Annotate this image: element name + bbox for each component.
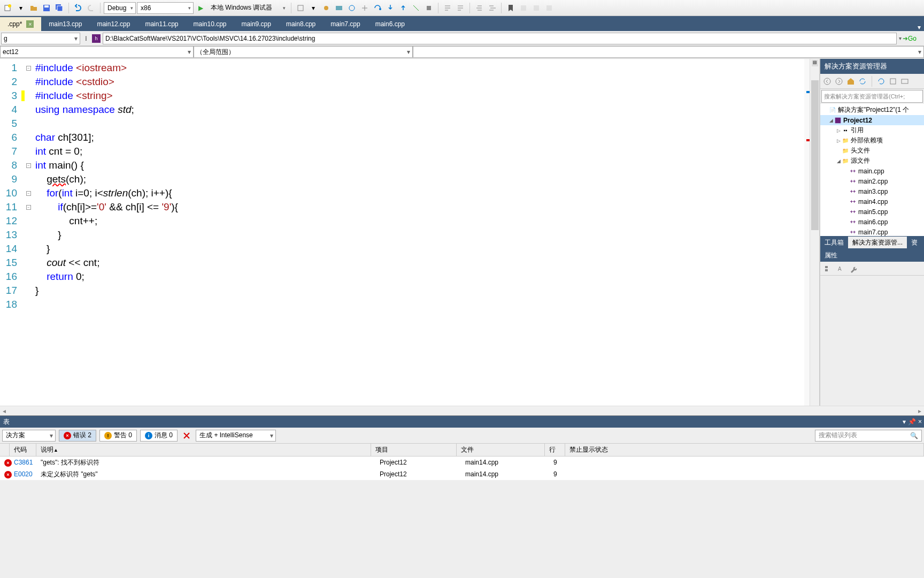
platform-dropdown[interactable]: x86 xyxy=(137,2,194,14)
tab-main13.cpp[interactable]: main13.cpp xyxy=(41,17,89,31)
tool-icon-10[interactable] xyxy=(410,2,422,14)
error-scope-dropdown[interactable]: 决方案 xyxy=(2,430,56,442)
col-file[interactable]: 文件 xyxy=(457,444,545,456)
sync-icon[interactable] xyxy=(858,77,867,86)
tree-solution[interactable]: 📄解决方案"Project12"(1 个 xyxy=(820,105,924,115)
tree-project[interactable]: ◢Project12 xyxy=(820,115,924,125)
step-over-icon[interactable] xyxy=(372,2,383,14)
tab-main8.cpp[interactable]: main8.cpp xyxy=(279,17,323,31)
dropdown-icon[interactable]: ▾ xyxy=(903,418,906,425)
scope-right-dropdown[interactable] xyxy=(413,46,924,58)
debugger-dropdown[interactable]: 本地 Windows 调试器 xyxy=(207,2,288,14)
uncomment-icon[interactable] xyxy=(455,2,466,14)
close-icon[interactable]: × xyxy=(26,20,34,28)
split-icon[interactable]: ▤ xyxy=(812,60,818,66)
tree-headers[interactable]: 📁头文件 xyxy=(820,146,924,156)
scope-function-dropdown[interactable]: （全局范围） xyxy=(194,46,413,58)
nav-path-input[interactable]: D:\BlackCatSoftWare\VS2017\VC\Tools\MSVC… xyxy=(103,33,897,44)
tool-icon-6[interactable] xyxy=(359,2,371,14)
tool-icon-4[interactable] xyxy=(333,2,345,14)
tab-solution[interactable]: 解决方案资源管... xyxy=(848,237,907,248)
error-row[interactable]: × C3861 "gets": 找不到标识符 Project12 main14.… xyxy=(0,457,924,468)
tool-icon-3[interactable] xyxy=(320,2,332,14)
warnings-toggle[interactable]: !警告 0 xyxy=(99,430,137,442)
tool-icon-15[interactable] xyxy=(518,2,529,14)
nav-dropdown-icon[interactable]: ▾ xyxy=(899,35,902,41)
tree-external[interactable]: ▷📁外部依赖项 xyxy=(820,135,924,146)
wrench-icon[interactable] xyxy=(848,263,860,275)
col-line[interactable]: 行 xyxy=(545,444,565,456)
tree-file-main.cpp[interactable]: ++main.cpp xyxy=(820,166,924,176)
col-code[interactable]: 代码 xyxy=(10,444,36,456)
errors-toggle[interactable]: ×错误 2 xyxy=(59,430,96,442)
clear-filter-icon[interactable] xyxy=(181,430,192,442)
start-debug-button[interactable]: ▶ xyxy=(195,2,206,14)
code-area[interactable]: #include <iostream>#include <cstdio>#inc… xyxy=(32,59,804,406)
show-all-icon[interactable] xyxy=(900,77,910,86)
scroll-left-icon[interactable]: ◂ xyxy=(0,407,9,415)
tree-file-main3.cpp[interactable]: ++main3.cpp xyxy=(820,186,924,196)
solution-tree[interactable]: 📄解决方案"Project12"(1 个 ◢Project12 ▷▪▪引用 ▷📁… xyxy=(820,104,924,236)
tab-main12.cpp[interactable]: main12.cpp xyxy=(89,17,137,31)
tool-icon-2[interactable]: ▾ xyxy=(307,2,319,14)
tab-main7.cpp[interactable]: main7.cpp xyxy=(323,17,367,31)
tree-file-main6.cpp[interactable]: ++main6.cpp xyxy=(820,217,924,227)
redo-icon[interactable] xyxy=(85,2,97,14)
tabs-overflow-icon[interactable]: ▾ xyxy=(914,24,924,31)
alphabetize-icon[interactable]: A xyxy=(835,263,847,275)
forward-icon[interactable] xyxy=(834,77,844,86)
horizontal-scrollbar[interactable]: ◂ ▸ xyxy=(0,406,924,415)
scroll-thumb[interactable] xyxy=(811,80,819,230)
collapse-icon[interactable] xyxy=(888,77,898,86)
code-editor[interactable]: 123456789101112131415161718 −−−− #includ… xyxy=(0,59,820,406)
step-out-icon[interactable] xyxy=(397,2,409,14)
scope-class-dropdown[interactable]: ect12 xyxy=(0,46,194,58)
go-button[interactable]: ➜Go xyxy=(903,35,924,42)
back-icon[interactable] xyxy=(822,77,832,86)
tree-file-main7.cpp[interactable]: ++main7.cpp xyxy=(820,227,924,236)
step-into-icon[interactable] xyxy=(384,2,396,14)
scroll-right-icon[interactable]: ▸ xyxy=(915,407,924,415)
categorize-icon[interactable] xyxy=(822,263,834,275)
tree-file-main4.cpp[interactable]: ++main4.cpp xyxy=(820,196,924,207)
pin-icon[interactable]: 📌 xyxy=(908,418,916,425)
solution-search-input[interactable]: 搜索解决方案资源管理器(Ctrl+; xyxy=(821,90,923,103)
col-supp[interactable]: 禁止显示状态 xyxy=(565,444,924,456)
open-icon[interactable] xyxy=(28,2,40,14)
tree-sources[interactable]: ◢📁源文件 xyxy=(820,156,924,166)
tool-icon-5[interactable] xyxy=(346,2,358,14)
messages-toggle[interactable]: i消息 0 xyxy=(140,430,178,442)
tree-file-main2.cpp[interactable]: ++main2.cpp xyxy=(820,176,924,186)
tool-icon-11[interactable] xyxy=(423,2,435,14)
dropdown-arrow-icon[interactable]: ▾ xyxy=(15,2,27,14)
tool-icon-16[interactable] xyxy=(530,2,542,14)
tree-refs[interactable]: ▷▪▪引用 xyxy=(820,125,924,135)
home-icon[interactable] xyxy=(846,77,856,86)
error-search-input[interactable]: 搜索错误列表🔍 xyxy=(815,430,922,442)
tab-main6.cpp[interactable]: main6.cpp xyxy=(368,17,412,31)
error-row[interactable]: × E0020 未定义标识符 "gets" Project12 main14.c… xyxy=(0,468,924,480)
nav-left-dropdown[interactable]: g xyxy=(1,33,80,44)
outdent-icon[interactable] xyxy=(486,2,498,14)
tab-main10.cpp[interactable]: main10.cpp xyxy=(186,17,234,31)
refresh-icon[interactable] xyxy=(876,77,886,86)
tab-toolbox[interactable]: 工具箱 xyxy=(820,237,848,248)
config-dropdown[interactable]: Debug xyxy=(104,2,136,14)
build-filter-dropdown[interactable]: 生成 + IntelliSense xyxy=(196,430,276,442)
tab-main11.cpp[interactable]: main11.cpp xyxy=(137,17,186,31)
save-all-icon[interactable] xyxy=(53,2,65,14)
new-project-icon[interactable] xyxy=(2,2,14,14)
vertical-scrollbar[interactable]: ▤ xyxy=(810,59,819,406)
close-panel-icon[interactable]: × xyxy=(918,418,922,425)
col-proj[interactable]: 项目 xyxy=(371,444,457,456)
tool-icon-17[interactable] xyxy=(543,2,555,14)
tab-main9.cpp[interactable]: main9.cpp xyxy=(234,17,279,31)
comment-icon[interactable] xyxy=(442,2,453,14)
tool-icon-1[interactable] xyxy=(295,2,306,14)
save-icon[interactable] xyxy=(41,2,52,14)
indent-icon[interactable] xyxy=(473,2,485,14)
tab-active[interactable]: .cpp*× xyxy=(0,17,41,31)
bookmark-icon[interactable] xyxy=(505,2,517,14)
tree-file-main5.cpp[interactable]: ++main5.cpp xyxy=(820,207,924,217)
undo-icon[interactable] xyxy=(72,2,84,14)
